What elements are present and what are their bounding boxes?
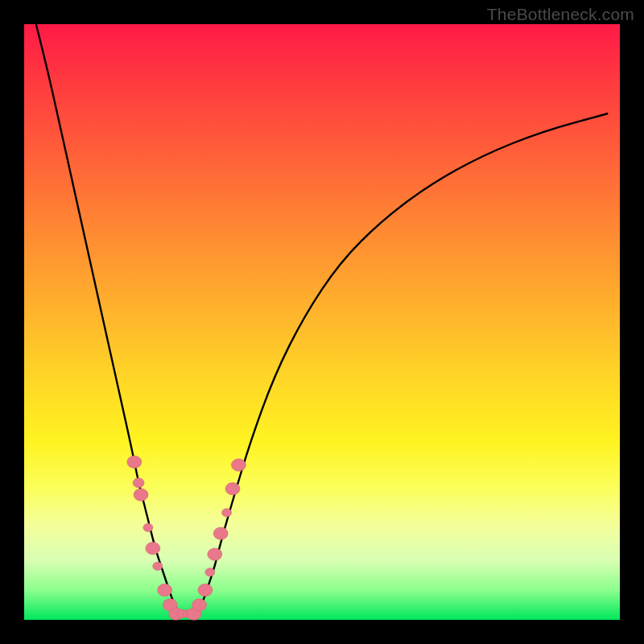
scatter-point xyxy=(127,456,142,468)
scatter-point xyxy=(222,509,232,517)
scatter-point xyxy=(143,523,153,531)
chart-frame: TheBottleneck.com xyxy=(0,0,644,644)
scatter-markers xyxy=(127,456,246,620)
scatter-point xyxy=(192,599,207,611)
scatter-point xyxy=(146,543,160,555)
scatter-point xyxy=(153,562,163,570)
curve-right-branch xyxy=(197,114,609,614)
curve-left-branch xyxy=(36,24,180,614)
scatter-point xyxy=(158,584,172,596)
scatter-point xyxy=(198,584,213,596)
scatter-point xyxy=(225,483,240,495)
scatter-point xyxy=(231,459,246,471)
watermark-text: TheBottleneck.com xyxy=(487,5,634,24)
scatter-point xyxy=(134,489,148,501)
scatter-point xyxy=(205,568,215,576)
scatter-point xyxy=(133,478,144,488)
curve-layer xyxy=(24,24,620,620)
scatter-point xyxy=(208,548,222,560)
scatter-point xyxy=(213,527,228,539)
